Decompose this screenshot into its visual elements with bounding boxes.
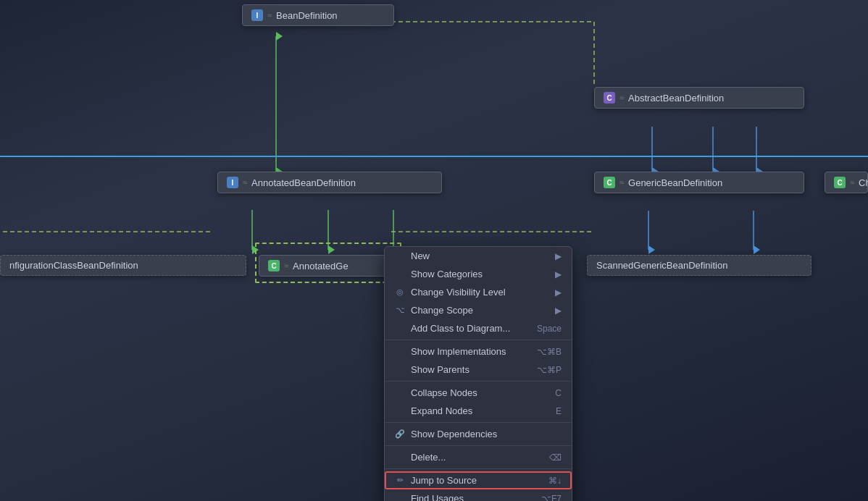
shortcut: E	[556, 406, 562, 416]
node-label: AnnotatedGe	[293, 261, 349, 271]
shortcut: Space	[537, 324, 562, 334]
implementations-icon	[395, 347, 405, 357]
shortcut: ⌘↓	[548, 476, 562, 486]
badge-c: C	[604, 177, 615, 188]
node-annotated-bean-definition[interactable]: I ≈ AnnotatedBeanDefinition	[217, 172, 442, 193]
badge-abstract: C	[604, 92, 615, 104]
shortcut: ⌫	[549, 452, 562, 463]
menu-label: Show Parents	[411, 364, 470, 375]
node-config-bean-definition[interactable]: nfigurationClassBeanDefinition	[0, 255, 246, 276]
link-icon: ≈	[619, 178, 624, 187]
delete-icon	[395, 452, 405, 463]
categories-icon	[395, 269, 405, 279]
menu-item-show-implementations[interactable]: Show Implementations ⌥⌘B	[385, 342, 572, 361]
menu-label: New	[411, 250, 430, 261]
link-icon: ≈	[850, 178, 854, 187]
menu-item-delete[interactable]: Delete... ⌫	[385, 448, 572, 466]
menu-label: Show Implementations	[411, 346, 506, 357]
node-label: ScannedGenericBeanDefinition	[596, 260, 727, 271]
node-label: AnnotatedBeanDefinition	[251, 177, 356, 188]
badge-c: C	[268, 260, 280, 271]
shortcut: ⌥⌘B	[537, 347, 562, 357]
menu-item-jump-to-source[interactable]: ✏ Jump to Source ⌘↓	[385, 471, 572, 489]
node-abstract-bean-definition[interactable]: C ≈ AbstractBeanDefinition	[594, 87, 804, 109]
menu-label: Change Visibility Level	[411, 287, 506, 298]
menu-label: Collapse Nodes	[411, 387, 477, 398]
eye-icon: ◎	[395, 287, 405, 298]
context-menu: New ▶ Show Categories ▶ ◎ Change Visibil…	[384, 246, 572, 501]
menu-item-show-dependencies[interactable]: 🔗 Show Dependencies	[385, 425, 572, 443]
menu-item-show-parents[interactable]: Show Parents ⌥⌘P	[385, 361, 572, 379]
badge-i: I	[227, 177, 238, 188]
menu-label: Show Dependencies	[411, 429, 497, 439]
menu-item-change-scope[interactable]: ⌥ Change Scope ▶	[385, 301, 572, 319]
arrow-icon: ▶	[555, 287, 562, 298]
menu-label: Jump to Source	[411, 475, 477, 486]
find-icon	[395, 494, 405, 502]
badge-c: C	[834, 177, 846, 188]
menu-item-collapse-nodes[interactable]: Collapse Nodes C	[385, 384, 572, 402]
menu-label: Find Usages	[411, 493, 464, 501]
node-scanned-generic[interactable]: ScannedGenericBeanDefinition	[587, 255, 811, 276]
arrow-icon: ▶	[555, 251, 562, 261]
link-icon: ≈	[284, 261, 288, 270]
node-annotated-ge[interactable]: C ≈ AnnotatedGe	[259, 255, 396, 277]
menu-divider-4	[385, 445, 572, 446]
node-label: Ch	[859, 177, 868, 188]
node-generic-bean-definition[interactable]: C ≈ GenericBeanDefinition	[594, 172, 804, 193]
menu-label: Add Class to Diagram...	[411, 323, 510, 334]
menu-divider-2	[385, 381, 572, 382]
node-label: AbstractBeanDefinition	[628, 93, 724, 104]
menu-item-add-class[interactable]: Add Class to Diagram... Space	[385, 319, 572, 337]
menu-item-new[interactable]: New ▶	[385, 247, 572, 265]
link-icon: 🔗	[395, 429, 405, 439]
node-label: BeanDefinition	[276, 10, 338, 21]
shortcut: ⌥F7	[541, 494, 562, 502]
node-ch[interactable]: C ≈ Ch	[825, 172, 868, 193]
expand-icon	[395, 406, 405, 416]
parents-icon	[395, 365, 405, 375]
filter-icon: ⌥	[395, 306, 405, 316]
link-icon: ≈	[619, 93, 624, 102]
badge-i: I	[251, 9, 263, 21]
menu-item-show-categories[interactable]: Show Categories ▶	[385, 265, 572, 283]
menu-label: Show Categories	[411, 269, 483, 279]
shortcut: ⌥⌘P	[537, 365, 562, 375]
menu-label: Expand Nodes	[411, 405, 472, 416]
add-class-icon	[395, 324, 405, 334]
node-bean-definition[interactable]: I ≈ BeanDefinition	[242, 4, 394, 26]
node-label: nfigurationClassBeanDefinition	[9, 260, 138, 271]
link-icon: ≈	[243, 178, 247, 187]
menu-divider-3	[385, 422, 572, 423]
link-icon: ≈	[267, 11, 272, 20]
menu-item-expand-nodes[interactable]: Expand Nodes E	[385, 402, 572, 420]
shortcut: C	[555, 388, 562, 398]
menu-label: Delete...	[411, 452, 446, 463]
node-label: GenericBeanDefinition	[628, 177, 722, 188]
menu-label: Change Scope	[411, 305, 473, 316]
arrow-icon: ▶	[555, 306, 562, 316]
menu-divider	[385, 340, 572, 340]
menu-item-change-visibility[interactable]: ◎ Change Visibility Level ▶	[385, 283, 572, 301]
menu-item-find-usages[interactable]: Find Usages ⌥F7	[385, 489, 572, 501]
collapse-icon	[395, 388, 405, 398]
arrow-icon: ▶	[555, 269, 562, 279]
pencil-icon: ✏	[395, 476, 405, 486]
new-icon	[395, 251, 405, 261]
menu-divider-5	[385, 468, 572, 469]
